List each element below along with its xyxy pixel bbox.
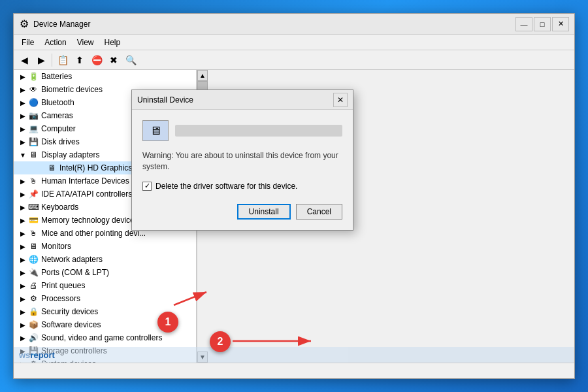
ports-icon: 🔌 bbox=[28, 267, 39, 278]
tree-item-sound[interactable]: ▶ 🔊 Sound, video and game controllers bbox=[14, 331, 196, 344]
expand-arrow: ▶ bbox=[19, 229, 27, 237]
title-buttons: — □ ✕ bbox=[515, 17, 569, 31]
menu-file[interactable]: File bbox=[16, 37, 39, 48]
status-bar bbox=[14, 363, 574, 378]
back-button[interactable]: ◀ bbox=[16, 52, 32, 68]
expand-arrow: ▼ bbox=[19, 151, 27, 159]
bluetooth-icon: 🔵 bbox=[28, 97, 39, 108]
annotation-circle-2: 2 bbox=[210, 331, 231, 352]
menu-action[interactable]: Action bbox=[39, 37, 71, 48]
expand-arrow: ▶ bbox=[19, 269, 27, 276]
device-name-placeholder bbox=[175, 125, 342, 137]
expand-arrow: ▶ bbox=[19, 203, 27, 211]
watermark-prefix: ws bbox=[19, 350, 30, 360]
checkbox-row[interactable]: ✓ Delete the driver software for this de… bbox=[142, 182, 342, 191]
svg-line-1 bbox=[174, 292, 206, 305]
expand-arrow: ▶ bbox=[19, 255, 27, 263]
menu-view[interactable]: View bbox=[72, 37, 99, 48]
maximize-button[interactable]: □ bbox=[534, 17, 551, 31]
biometric-icon: 👁 bbox=[28, 84, 39, 95]
keyboard-icon: ⌨ bbox=[28, 202, 39, 212]
expand-arrow: ▶ bbox=[19, 216, 27, 224]
security-icon: 🔒 bbox=[28, 306, 39, 317]
device-manager-window: ⚙ Device Manager — □ ✕ File Action View … bbox=[13, 13, 575, 379]
hid-icon: 🖱 bbox=[28, 176, 39, 186]
cancel-button[interactable]: Cancel bbox=[296, 204, 342, 220]
expand-arrow: ▶ bbox=[19, 334, 27, 342]
scroll-up-button[interactable]: ▲ bbox=[197, 70, 208, 81]
expand-arrow: ▶ bbox=[19, 138, 27, 146]
memory-icon: 💳 bbox=[28, 215, 39, 225]
dialog-close-button[interactable]: ✕ bbox=[333, 93, 348, 107]
expand-arrow: ▶ bbox=[19, 190, 27, 198]
dialog-body: 🖥 Warning: You are about to uninstall th… bbox=[132, 110, 353, 230]
watermark-suffix: report bbox=[30, 350, 55, 360]
window-title: Device Manager bbox=[33, 20, 515, 29]
disk-icon: 💾 bbox=[28, 137, 39, 147]
expand-arrow: ▶ bbox=[19, 295, 27, 302]
menu-help[interactable]: Help bbox=[99, 37, 126, 48]
ide-icon: 📌 bbox=[28, 189, 39, 199]
processor-icon: ⚙ bbox=[28, 293, 39, 304]
minimize-button[interactable]: — bbox=[515, 17, 532, 31]
dialog-title: Uninstall Device bbox=[137, 95, 333, 105]
tree-item-network[interactable]: ▶ 🌐 Network adapters bbox=[14, 253, 196, 266]
tree-item-batteries[interactable]: ▶ 🔋 Batteries bbox=[14, 70, 196, 83]
annotation-arrow-2 bbox=[233, 338, 318, 351]
update-driver-button[interactable]: ⬆ bbox=[72, 52, 88, 68]
uninstall-button[interactable]: Uninstall bbox=[237, 204, 291, 220]
expand-arrow: ▶ bbox=[19, 112, 27, 120]
tree-item-ports[interactable]: ▶ 🔌 Ports (COM & LPT) bbox=[14, 266, 196, 279]
expand-arrow: ▶ bbox=[19, 73, 27, 80]
graphics-icon: 🖥 bbox=[46, 163, 57, 173]
expand-arrow: ▶ bbox=[19, 242, 27, 250]
title-bar: ⚙ Device Manager — □ ✕ bbox=[14, 14, 574, 35]
toolbar: ◀ ▶ 📋 ⬆ ⛔ ✖ 🔍 bbox=[14, 50, 574, 70]
uninstall-button[interactable]: ✖ bbox=[106, 52, 122, 68]
expand-arrow: ▶ bbox=[19, 125, 27, 133]
tree-item-print[interactable]: ▶ 🖨 Print queues bbox=[14, 279, 196, 292]
expand-arrow: ▶ bbox=[19, 321, 27, 329]
expand-arrow: ▶ bbox=[19, 308, 27, 316]
tree-item-processors[interactable]: ▶ ⚙ Processors bbox=[14, 292, 196, 305]
print-icon: 🖨 bbox=[28, 280, 39, 291]
dialog-button-group: Uninstall Cancel bbox=[142, 204, 342, 220]
monitor-icon: 🖥 bbox=[28, 241, 39, 252]
close-button[interactable]: ✕ bbox=[552, 17, 569, 31]
computer-icon: 💻 bbox=[28, 123, 39, 134]
expand-arrow: ▶ bbox=[19, 99, 27, 106]
forward-button[interactable]: ▶ bbox=[33, 52, 49, 68]
checkbox-label: Delete the driver software for this devi… bbox=[155, 182, 297, 191]
display-icon: 🖥 bbox=[28, 150, 39, 160]
device-row: 🖥 bbox=[142, 120, 342, 141]
disable-button[interactable]: ⛔ bbox=[89, 52, 105, 68]
annotation-arrow-1 bbox=[174, 292, 213, 331]
sound-icon: 🔊 bbox=[28, 333, 39, 343]
cameras-icon: 📷 bbox=[28, 110, 39, 121]
dialog-title-bar: Uninstall Device ✕ bbox=[132, 90, 353, 110]
toolbar-separator-1 bbox=[52, 54, 52, 67]
warning-text: Warning: You are about to uninstall this… bbox=[142, 150, 342, 172]
watermark-text: wsreport bbox=[19, 350, 55, 360]
expand-arrow bbox=[37, 164, 45, 172]
menu-bar: File Action View Help bbox=[14, 35, 574, 50]
batteries-icon: 🔋 bbox=[28, 71, 39, 82]
content-area: ▶ 🔋 Batteries ▶ 👁 Biometric devices ▶ 🔵 … bbox=[14, 70, 574, 363]
mice-icon: 🖱 bbox=[28, 228, 39, 238]
scan-changes-button[interactable]: 🔍 bbox=[123, 52, 139, 68]
properties-button[interactable]: 📋 bbox=[55, 52, 71, 68]
device-icon: 🖥 bbox=[142, 120, 169, 141]
expand-arrow: ▶ bbox=[19, 282, 27, 289]
software-icon: 📦 bbox=[28, 319, 39, 330]
app-icon: ⚙ bbox=[19, 19, 29, 29]
tree-item-monitors[interactable]: ▶ 🖥 Monitors bbox=[14, 240, 196, 253]
expand-arrow: ▶ bbox=[19, 86, 27, 93]
uninstall-dialog: Uninstall Device ✕ 🖥 Warning: You are ab… bbox=[131, 90, 353, 231]
delete-driver-checkbox[interactable]: ✓ bbox=[142, 182, 152, 191]
expand-arrow: ▶ bbox=[19, 177, 27, 185]
network-icon: 🌐 bbox=[28, 254, 39, 265]
